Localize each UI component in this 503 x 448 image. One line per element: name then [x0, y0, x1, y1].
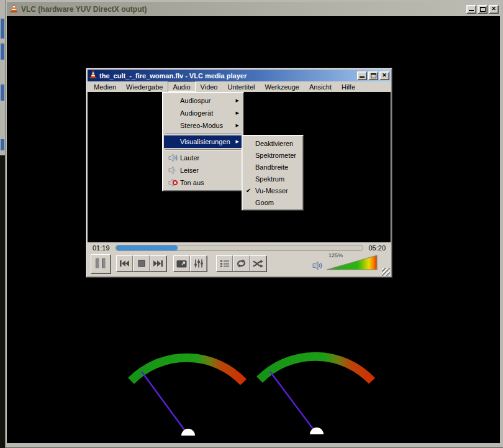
menu-werkzeuge[interactable]: Werkzeuge [260, 81, 304, 92]
menu-item-lauter[interactable]: Lauter [164, 152, 242, 164]
playlist-icon [220, 260, 230, 268]
shuffle-icon [252, 260, 264, 268]
volume-zone: 125% [312, 254, 388, 273]
pause-icon [102, 258, 106, 268]
submenu-item-goom[interactable]: Goom [243, 196, 302, 208]
menu-item-label: Ton aus [180, 179, 204, 186]
menu-untertitel[interactable]: Untertitel [222, 81, 260, 92]
submenu-item-bandbreite[interactable]: Bandbreite [243, 161, 302, 173]
vlc-player-window: the_cult_-_fire_woman.flv - VLC media pl… [86, 68, 392, 278]
player-titlebar[interactable]: the_cult_-_fire_woman.flv - VLC media pl… [88, 70, 391, 81]
vu-needle [270, 372, 317, 434]
equalizer-icon [193, 259, 204, 268]
checkmark-icon: ✔ [246, 187, 255, 194]
minimize-button[interactable] [357, 71, 367, 80]
menu-ansicht[interactable]: Ansicht [304, 81, 337, 92]
vu-arc [260, 357, 372, 381]
transport-controls: 125% [88, 253, 391, 276]
menu-item-audiospur[interactable]: Audiospur ▶ [164, 94, 242, 107]
speaker-icon [312, 260, 324, 273]
playlist-button[interactable] [216, 255, 233, 272]
menu-medien[interactable]: Medien [89, 81, 121, 92]
maximize-button[interactable] [368, 71, 378, 80]
menu-wiedergabe[interactable]: Wiedergabe [121, 81, 168, 92]
submenu-item-spektrum[interactable]: Spektrum [243, 173, 302, 185]
background-window-fragment [1, 43, 4, 60]
pause-icon [96, 258, 99, 268]
loop-icon [235, 259, 247, 268]
resize-grip[interactable] [382, 268, 390, 276]
submenu-arrow-icon: ▶ [236, 111, 240, 116]
vu-meter-left [120, 343, 256, 436]
menu-item-label: Visualisierungen [180, 138, 230, 145]
audio-dropdown-menu: Audiospur ▶ Audiogerät ▶ Stereo-Modus ▶ … [162, 92, 244, 191]
menu-item-label: Stereo-Modus [180, 122, 223, 129]
vu-meter-right [248, 342, 385, 435]
player-window-controls: ✕ [357, 71, 389, 80]
next-button[interactable] [150, 255, 166, 272]
background-window-fragment [1, 139, 4, 150]
seek-row: 01:19 05:20 [88, 242, 391, 253]
previous-button[interactable] [116, 255, 133, 272]
volume-level: 125% [329, 252, 343, 258]
submenu-item-label: Deaktivieren [255, 140, 293, 147]
submenu-item-spektrometer[interactable]: Spektrometer [243, 149, 302, 161]
menu-item-visualisierungen[interactable]: Visualisierungen ▶ [164, 135, 242, 148]
menu-video[interactable]: Video [196, 81, 223, 92]
submenu-arrow-icon: ▶ [236, 123, 240, 128]
maximize-icon [480, 7, 486, 12]
fullscreen-button[interactable] [173, 255, 190, 272]
shuffle-button[interactable] [250, 255, 266, 272]
mute-icon [166, 178, 180, 187]
close-button[interactable]: ✕ [379, 71, 389, 80]
vu-pivot [181, 429, 195, 436]
submenu-item-label: Spektrometer [255, 152, 296, 159]
menu-item-ton-aus[interactable]: Ton aus [164, 176, 242, 189]
volume-up-icon [166, 153, 180, 162]
menu-separator [165, 149, 241, 150]
vlc-cone-icon [89, 70, 97, 81]
minimize-icon [469, 10, 474, 11]
next-icon [153, 260, 163, 267]
submenu-arrow-icon: ▶ [236, 98, 240, 103]
total-time: 05:20 [368, 244, 386, 252]
close-button[interactable]: ✕ [489, 5, 499, 14]
minimize-button[interactable] [466, 5, 476, 14]
menu-bar: Medien Wiedergabe Audio Video Untertitel… [88, 81, 391, 92]
main-window-title: VLC (hardware YUV DirectX output) [21, 5, 464, 14]
seek-bar[interactable] [115, 245, 364, 251]
menu-item-audiogeraet[interactable]: Audiogerät ▶ [164, 107, 242, 119]
visualization-submenu: Deaktivieren Spektrometer Bandbreite Spe… [242, 135, 304, 211]
background-window-fragment [1, 19, 4, 39]
menu-audio[interactable]: Audio [168, 81, 195, 92]
seek-progress [116, 245, 178, 250]
vlc-cone-icon [9, 3, 19, 16]
stop-icon [138, 260, 145, 267]
maximize-icon [371, 73, 376, 78]
main-window-titlebar[interactable]: VLC (hardware YUV DirectX output) ✕ [7, 2, 500, 16]
maximize-button[interactable] [478, 5, 487, 14]
fullscreen-icon [176, 260, 187, 268]
stop-button[interactable] [133, 255, 150, 272]
menu-item-stereo-modus[interactable]: Stereo-Modus ▶ [164, 119, 242, 132]
menu-hilfe[interactable]: Hilfe [337, 81, 360, 92]
previous-icon [119, 260, 130, 267]
background-window-fragment [1, 85, 4, 101]
submenu-item-label: Goom [255, 199, 274, 206]
main-window-controls: ✕ [466, 5, 499, 14]
elapsed-time: 01:19 [93, 244, 110, 252]
menu-item-label: Audiospur [180, 97, 211, 104]
control-panel: 01:19 05:20 [88, 242, 391, 276]
submenu-item-deaktivieren[interactable]: Deaktivieren [243, 137, 302, 149]
submenu-item-label: Vu-Messer [255, 187, 288, 194]
menu-separator [165, 133, 241, 134]
submenu-arrow-icon: ▶ [236, 139, 240, 144]
submenu-item-vu-messer[interactable]: ✔ Vu-Messer [243, 185, 302, 196]
player-video-area: Audiospur ▶ Audiogerät ▶ Stereo-Modus ▶ … [88, 92, 391, 242]
background-window-edge [0, 0, 5, 448]
extended-settings-button[interactable] [190, 255, 207, 272]
loop-button[interactable] [233, 255, 250, 272]
menu-item-leiser[interactable]: Leiser [164, 164, 242, 176]
player-window-title: the_cult_-_fire_woman.flv - VLC media pl… [99, 72, 355, 80]
pause-button[interactable] [91, 254, 111, 273]
